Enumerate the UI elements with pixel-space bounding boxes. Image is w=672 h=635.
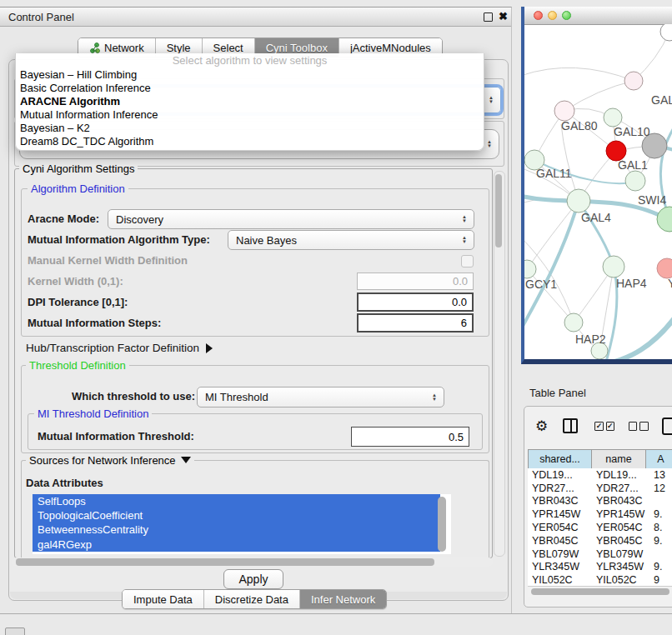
table-cell: YLR345W bbox=[592, 561, 646, 572]
expanded-arrow-icon bbox=[181, 457, 191, 463]
node-swi4[interactable] bbox=[657, 207, 672, 232]
network-window-titlebar[interactable] bbox=[524, 7, 672, 25]
bottom-tab-discretize-data[interactable]: Discretize Data bbox=[204, 590, 300, 608]
network-edge[interactable] bbox=[524, 68, 634, 81]
table-cell: 9. bbox=[646, 561, 672, 572]
table-row[interactable]: YDR27...YDR27...12 bbox=[528, 482, 672, 495]
manual-kernel-checkbox[interactable] bbox=[461, 255, 474, 268]
aracne-mode-combo[interactable]: Discovery ▲▼ bbox=[108, 209, 474, 229]
node-red-label: GAL1 bbox=[618, 158, 648, 172]
node-partial-top[interactable] bbox=[660, 24, 672, 41]
algorithm-option-basic-correlation-inference[interactable]: Basic Correlation Inference bbox=[16, 82, 484, 95]
cyni-settings-title: Cyni Algorithm Settings bbox=[19, 163, 138, 174]
algorithm-definition-title: Algorithm Definition bbox=[28, 183, 128, 194]
mi-steps-field[interactable]: 6 bbox=[357, 313, 474, 332]
node-hap4-label: HAP4 bbox=[616, 277, 647, 290]
close-icon[interactable]: ✖ bbox=[499, 10, 508, 22]
algorithm-dropdown-popup: Select algorithm to view settings Bayesi… bbox=[15, 53, 484, 151]
table-row[interactable]: YBR043CYBR043C bbox=[528, 495, 672, 508]
table-row[interactable]: YPR145WYPR145W9. bbox=[528, 508, 672, 521]
table-row[interactable]: YBL079WYBL079W bbox=[528, 548, 672, 561]
network-view-window: GALGAL80GAL10GAL1GAL11SWI4GAL4GCY1HAP4YH… bbox=[521, 7, 672, 364]
table-row[interactable]: YBR045CYBR045C9. bbox=[528, 534, 672, 548]
sources-title[interactable]: Sources for Network Inference bbox=[26, 455, 194, 466]
control-panel-titlebar[interactable]: Control Panel ✖ bbox=[0, 8, 511, 27]
algorithm-option-aracne-algorithm[interactable]: ARACNE Algorithm bbox=[16, 95, 484, 108]
network-icon bbox=[89, 42, 100, 53]
aracne-mode-label: Aracne Mode: bbox=[28, 212, 99, 225]
checked-checkbox-icon[interactable]: ✓ bbox=[594, 422, 603, 431]
table-cell: YDL19... bbox=[592, 469, 646, 481]
collapsed-arrow-icon bbox=[206, 343, 213, 353]
which-threshold-combo[interactable]: MI Threshold ▲▼ bbox=[197, 387, 444, 408]
settings-scrollbar[interactable] bbox=[494, 171, 505, 557]
table-horizontal-scrollbar[interactable] bbox=[528, 586, 672, 597]
node-gal4[interactable] bbox=[567, 189, 590, 212]
apply-button[interactable]: Apply bbox=[223, 569, 283, 589]
algorithm-option-dream8-dc-tdc-algorithm[interactable]: Dream8 DC_TDC Algorithm bbox=[16, 135, 484, 148]
unchecked-checkbox-icon[interactable] bbox=[639, 422, 648, 431]
split-columns-icon[interactable] bbox=[563, 418, 578, 433]
unchecked-checkbox-icon[interactable] bbox=[629, 422, 637, 431]
node-gal-pink[interactable] bbox=[624, 72, 643, 90]
table-panel-window: ⚙ ✓ ✓ shared...nameA YDL19...YDL19...13Y… bbox=[524, 406, 672, 608]
bottom-tab-impute-data[interactable]: Impute Data bbox=[123, 590, 204, 608]
minimize-traffic-light-icon[interactable] bbox=[548, 11, 557, 20]
mi-steps-label: Mutual Information Steps: bbox=[28, 317, 161, 329]
list-scrollbar[interactable] bbox=[438, 497, 446, 552]
mi-type-combo[interactable]: Naive Bayes ▲▼ bbox=[228, 230, 474, 250]
attribute-item-selfloops[interactable]: SelfLoops bbox=[33, 494, 440, 508]
kernel-width-field[interactable]: 0.0 bbox=[357, 272, 474, 290]
network-edge[interactable] bbox=[564, 81, 634, 111]
corner-button[interactable] bbox=[5, 628, 25, 635]
hub-definition-toggle[interactable]: Hub/Transcription Factor Definition bbox=[26, 342, 213, 354]
table-cell: YPR145W bbox=[592, 508, 646, 520]
stepper-arrows-icon: ▲▼ bbox=[483, 140, 496, 148]
table-row[interactable]: YIL052CYIL052C9 bbox=[528, 573, 672, 586]
node-gal10[interactable] bbox=[604, 108, 622, 127]
table-row[interactable]: YER054CYER054C8. bbox=[528, 521, 672, 534]
column-header-name[interactable]: name bbox=[592, 450, 646, 469]
data-attributes-list[interactable]: SelfLoopsTopologicalCoefficientBetweenne… bbox=[33, 494, 451, 554]
stepper-arrows-icon: ▲▼ bbox=[484, 96, 498, 104]
algorithm-option-bayesian-hill-climbing[interactable]: Bayesian – Hill Climbing bbox=[16, 68, 484, 82]
mi-type-label: Mutual Information Algorithm Type: bbox=[28, 233, 210, 246]
control-panel-title: Control Panel bbox=[8, 11, 74, 23]
network-edge[interactable] bbox=[527, 201, 579, 269]
node-gal80[interactable] bbox=[554, 101, 574, 121]
table-cell: YBL079W bbox=[528, 548, 592, 560]
document-icon[interactable] bbox=[662, 418, 672, 435]
bottom-tab-infer-network[interactable]: Infer Network bbox=[300, 590, 386, 608]
table-cell: YDR27... bbox=[592, 482, 646, 494]
gear-icon[interactable]: ⚙ bbox=[535, 418, 548, 435]
column-header-a[interactable]: A bbox=[646, 450, 672, 469]
float-window-icon[interactable] bbox=[484, 12, 493, 22]
horizontal-scrollbar[interactable] bbox=[13, 558, 493, 567]
dpi-tolerance-field[interactable]: 0.0 bbox=[357, 292, 474, 312]
table-row[interactable]: YLR345WYLR345W9. bbox=[528, 561, 672, 574]
table-row[interactable]: YDL19...YDL19...13 bbox=[528, 468, 672, 482]
node-gcy1[interactable] bbox=[524, 260, 536, 278]
attribute-item-gal4rgexp[interactable]: gal4RGexp bbox=[33, 538, 440, 552]
node-gal4-label: GAL4 bbox=[581, 211, 611, 224]
close-traffic-light-icon[interactable] bbox=[534, 11, 543, 20]
attribute-item-betweennesscentrality[interactable]: BetweennessCentrality bbox=[33, 522, 440, 537]
node-salmon[interactable] bbox=[657, 258, 672, 278]
table-cell: 9. bbox=[646, 508, 672, 520]
algorithm-option-mutual-information-inference[interactable]: Mutual Information Inference bbox=[16, 108, 484, 122]
table-cell: 9. bbox=[646, 535, 672, 547]
node-gal1[interactable] bbox=[625, 171, 645, 191]
algorithm-option-bayesian-k2[interactable]: Bayesian – K2 bbox=[16, 122, 484, 135]
column-header-shared[interactable]: shared... bbox=[528, 450, 592, 469]
table-toolbar: ⚙ ✓ ✓ bbox=[524, 407, 672, 445]
table-cell: YDR27... bbox=[528, 482, 592, 494]
zoom-traffic-light-icon[interactable] bbox=[562, 11, 571, 20]
dpi-tolerance-label: DPI Tolerance [0,1]: bbox=[28, 296, 128, 308]
mi-threshold-field[interactable]: 0.5 bbox=[351, 427, 469, 447]
checked-checkbox-icon[interactable]: ✓ bbox=[606, 422, 614, 431]
network-canvas[interactable]: GALGAL80GAL10GAL1GAL11SWI4GAL4GCY1HAP4YH… bbox=[524, 24, 672, 359]
attribute-item-topologicalcoefficient[interactable]: TopologicalCoefficient bbox=[33, 508, 440, 522]
node-hap2[interactable] bbox=[564, 313, 583, 332]
node-hap4[interactable] bbox=[603, 256, 624, 278]
network-edge-thick[interactable] bbox=[612, 316, 672, 359]
